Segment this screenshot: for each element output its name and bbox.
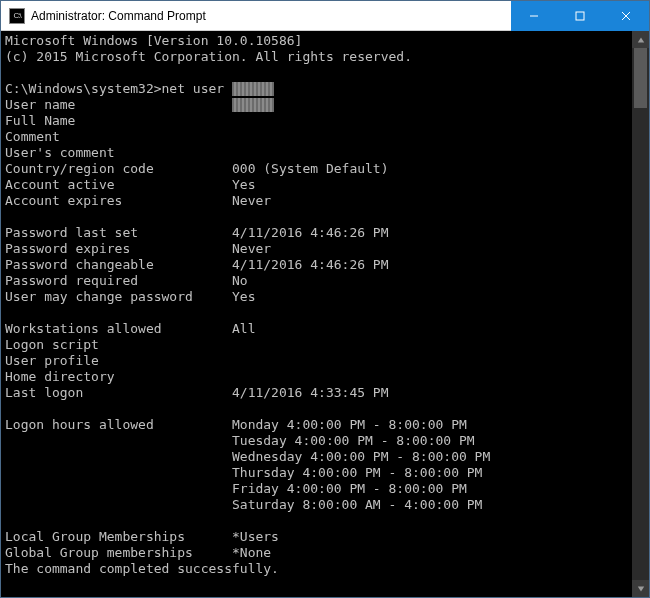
field-label: User profile — [5, 353, 232, 368]
field-value: 4/11/2016 4:33:45 PM — [232, 385, 389, 400]
field-label: Local Group Memberships — [5, 529, 232, 544]
vertical-scrollbar[interactable] — [632, 31, 649, 597]
close-button[interactable] — [603, 1, 649, 31]
field-label — [5, 497, 232, 512]
field-label: Last logon — [5, 385, 232, 400]
field-value: Monday 4:00:00 PM - 8:00:00 PM — [232, 417, 467, 432]
window-title: Administrator: Command Prompt — [31, 9, 206, 23]
field-label: Password changeable — [5, 257, 232, 272]
field-label: Workstations allowed — [5, 321, 232, 336]
field-label — [5, 465, 232, 480]
banner-line: Microsoft Windows [Version 10.0.10586] — [5, 33, 302, 48]
redacted-value — [232, 98, 274, 112]
field-value: Tuesday 4:00:00 PM - 8:00:00 PM — [232, 433, 475, 448]
titlebar[interactable]: C:\ Administrator: Command Prompt — [1, 1, 649, 31]
field-value: Never — [232, 193, 271, 208]
field-value: Yes — [232, 289, 255, 304]
field-label: Account active — [5, 177, 232, 192]
field-label: Global Group memberships — [5, 545, 232, 560]
field-label: User name — [5, 97, 232, 112]
terminal-output[interactable]: Microsoft Windows [Version 10.0.10586] (… — [1, 31, 632, 597]
field-label: Logon script — [5, 337, 232, 352]
svg-marker-5 — [637, 586, 643, 591]
field-value: 000 (System Default) — [232, 161, 389, 176]
field-label — [5, 481, 232, 496]
field-label: Comment — [5, 129, 232, 144]
window-controls — [511, 1, 649, 31]
field-label: Password last set — [5, 225, 232, 240]
field-label: Country/region code — [5, 161, 232, 176]
scroll-track[interactable] — [632, 48, 649, 580]
field-value: Never — [232, 241, 271, 256]
field-value: Yes — [232, 177, 255, 192]
field-value: Saturday 8:00:00 AM - 4:00:00 PM — [232, 497, 482, 512]
minimize-button[interactable] — [511, 1, 557, 31]
field-label: Home directory — [5, 369, 232, 384]
field-label: Password expires — [5, 241, 232, 256]
field-value: Wednesday 4:00:00 PM - 8:00:00 PM — [232, 449, 490, 464]
field-value: 4/11/2016 4:46:26 PM — [232, 225, 389, 240]
field-value: 4/11/2016 4:46:26 PM — [232, 257, 389, 272]
field-label — [5, 449, 232, 464]
scroll-thumb[interactable] — [634, 48, 647, 108]
prompt-command: net user — [162, 81, 232, 96]
field-value: *Users — [232, 529, 279, 544]
field-label: Account expires — [5, 193, 232, 208]
field-value: All — [232, 321, 255, 336]
field-label: User may change password — [5, 289, 232, 304]
svg-marker-4 — [637, 37, 643, 42]
scroll-up-button[interactable] — [632, 31, 649, 48]
maximize-button[interactable] — [557, 1, 603, 31]
field-label: Full Name — [5, 113, 232, 128]
field-label: Logon hours allowed — [5, 417, 232, 432]
svg-rect-1 — [576, 12, 584, 20]
field-value: Friday 4:00:00 PM - 8:00:00 PM — [232, 481, 467, 496]
redacted-argument — [232, 82, 274, 96]
field-value: Thursday 4:00:00 PM - 8:00:00 PM — [232, 465, 482, 480]
field-value: *None — [232, 545, 271, 560]
field-label — [5, 433, 232, 448]
banner-line: (c) 2015 Microsoft Corporation. All righ… — [5, 49, 412, 64]
command-prompt-window: C:\ Administrator: Command Prompt Micros… — [0, 0, 650, 598]
scroll-down-button[interactable] — [632, 580, 649, 597]
prompt-path: C:\Windows\system32> — [5, 81, 162, 96]
completion-message: The command completed successfully. — [5, 561, 279, 576]
client-area: Microsoft Windows [Version 10.0.10586] (… — [1, 31, 649, 597]
field-value: No — [232, 273, 248, 288]
cmd-icon: C:\ — [9, 8, 25, 24]
field-label: User's comment — [5, 145, 232, 160]
field-label: Password required — [5, 273, 232, 288]
